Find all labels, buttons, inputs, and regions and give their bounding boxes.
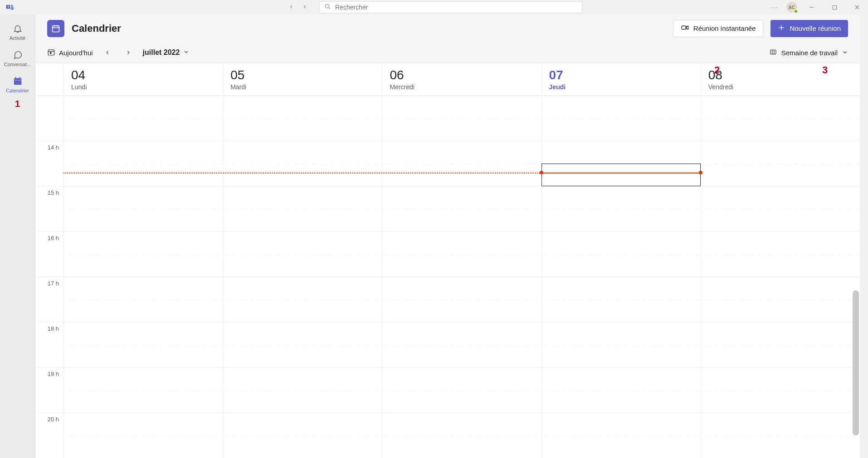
hour-label: 18 h xyxy=(35,322,63,367)
history-back-icon[interactable] xyxy=(286,2,297,13)
app-rail: Activité Conversat... Calendrier 1 xyxy=(0,14,35,458)
plus-icon xyxy=(778,24,785,33)
time-cell[interactable] xyxy=(382,186,541,231)
time-cell[interactable] xyxy=(701,322,860,367)
time-cell[interactable] xyxy=(701,231,860,277)
day-number: 06 xyxy=(390,68,534,82)
time-cell[interactable] xyxy=(382,413,541,458)
avatar[interactable]: AC xyxy=(786,2,797,13)
time-cell[interactable] xyxy=(63,367,223,413)
meet-now-button[interactable]: Réunion instantanée xyxy=(673,20,764,37)
time-cell[interactable] xyxy=(701,96,860,141)
svg-rect-2 xyxy=(11,7,14,10)
time-cell[interactable] xyxy=(223,186,382,231)
day-name: Mardi xyxy=(230,83,375,91)
svg-rect-12 xyxy=(15,77,16,79)
time-cell[interactable] xyxy=(541,413,701,458)
work-week-icon xyxy=(770,48,777,57)
rail-item-label: Activité xyxy=(0,35,35,41)
window-close-icon[interactable] xyxy=(849,1,865,14)
search-input[interactable] xyxy=(319,1,582,13)
time-cell[interactable] xyxy=(382,322,541,367)
time-cell[interactable] xyxy=(223,96,382,141)
search-field[interactable] xyxy=(335,4,577,11)
page-header: Calendrier Réunion instantanée Nouvelle … xyxy=(35,14,860,42)
day-header[interactable]: 06 Mercredi xyxy=(382,63,541,95)
meet-now-label: Réunion instantanée xyxy=(693,24,756,32)
time-cell[interactable] xyxy=(63,277,223,322)
day-header[interactable]: 04 Lundi xyxy=(63,63,223,95)
time-cell[interactable] xyxy=(382,96,541,141)
svg-marker-19 xyxy=(687,26,688,29)
time-cell[interactable] xyxy=(382,231,541,277)
history-nav xyxy=(286,2,310,13)
time-cell[interactable] xyxy=(541,277,701,322)
chevron-down-icon xyxy=(183,48,189,57)
today-icon xyxy=(47,48,55,58)
presence-available-icon xyxy=(794,9,798,14)
time-cell[interactable] xyxy=(223,277,382,322)
time-cell[interactable] xyxy=(701,141,860,186)
time-cell[interactable] xyxy=(541,186,701,231)
hour-label: 19 h xyxy=(35,367,63,413)
time-cell[interactable] xyxy=(382,367,541,413)
day-number: 04 xyxy=(71,68,215,82)
calendar-grid-scroll[interactable]: 14 h15 h16 h17 h18 h19 h20 h xyxy=(35,96,860,458)
more-menu-icon[interactable]: ··· xyxy=(768,2,780,13)
time-cell[interactable] xyxy=(63,186,223,231)
day-header-today[interactable]: 07 Jeudi xyxy=(541,63,701,95)
next-week-button[interactable] xyxy=(122,46,135,59)
time-cell[interactable] xyxy=(223,141,382,186)
time-cell[interactable] xyxy=(701,186,860,231)
day-header[interactable]: 08 Vendredi xyxy=(701,63,860,95)
time-cell[interactable] xyxy=(63,96,223,141)
time-cell[interactable] xyxy=(701,277,860,322)
time-cell[interactable] xyxy=(541,367,701,413)
time-cell[interactable] xyxy=(541,96,701,141)
svg-point-4 xyxy=(325,4,329,8)
day-name: Mercredi xyxy=(390,83,534,91)
calendar-icon xyxy=(0,75,35,87)
new-meeting-label: Nouvelle réunion xyxy=(790,24,841,32)
today-button[interactable]: Aujourd'hui xyxy=(47,48,93,58)
time-cell[interactable] xyxy=(223,322,382,367)
day-name: Jeudi xyxy=(549,83,693,91)
annotation-1: 1 xyxy=(15,99,20,109)
time-cell[interactable] xyxy=(382,277,541,322)
time-cell[interactable] xyxy=(541,322,701,367)
scrollbar-thumb[interactable] xyxy=(853,290,859,435)
rail-item-calendar[interactable]: Calendrier xyxy=(0,72,35,98)
annotation-2: 2 xyxy=(714,64,720,76)
window-maximize-icon[interactable] xyxy=(826,1,843,14)
chevron-down-icon xyxy=(842,49,848,57)
time-cell[interactable] xyxy=(63,322,223,367)
view-label: Semaine de travail xyxy=(781,49,838,57)
svg-rect-13 xyxy=(19,77,20,79)
time-cell[interactable] xyxy=(701,413,860,458)
selected-timeslot[interactable] xyxy=(541,164,701,186)
time-cell[interactable] xyxy=(63,413,223,458)
annotation-3: 3 xyxy=(822,64,828,76)
time-cell[interactable] xyxy=(223,367,382,413)
day-header[interactable]: 05 Mardi xyxy=(223,63,382,95)
svg-point-1 xyxy=(11,5,13,7)
new-meeting-button[interactable]: Nouvelle réunion xyxy=(770,20,848,37)
time-cell[interactable] xyxy=(223,413,382,458)
month-picker[interactable]: juillet 2022 xyxy=(143,48,190,57)
history-forward-icon[interactable] xyxy=(299,2,310,13)
main-area: Calendrier Réunion instantanée Nouvelle … xyxy=(35,14,860,458)
window-minimize-icon[interactable] xyxy=(804,1,820,14)
rail-item-chat[interactable]: Conversat... xyxy=(0,45,35,72)
time-cell[interactable] xyxy=(63,141,223,186)
time-cell[interactable] xyxy=(701,367,860,413)
hour-label: 20 h xyxy=(35,413,63,458)
rail-item-activity[interactable]: Activité xyxy=(0,19,35,45)
time-cell[interactable] xyxy=(382,141,541,186)
time-cell[interactable] xyxy=(541,231,701,277)
prev-week-button[interactable] xyxy=(101,46,114,59)
view-picker[interactable]: Semaine de travail xyxy=(770,48,848,57)
time-cell[interactable] xyxy=(63,231,223,277)
day-number: 08 xyxy=(708,68,853,82)
hour-label: 14 h xyxy=(35,141,63,186)
time-cell[interactable] xyxy=(223,231,382,277)
